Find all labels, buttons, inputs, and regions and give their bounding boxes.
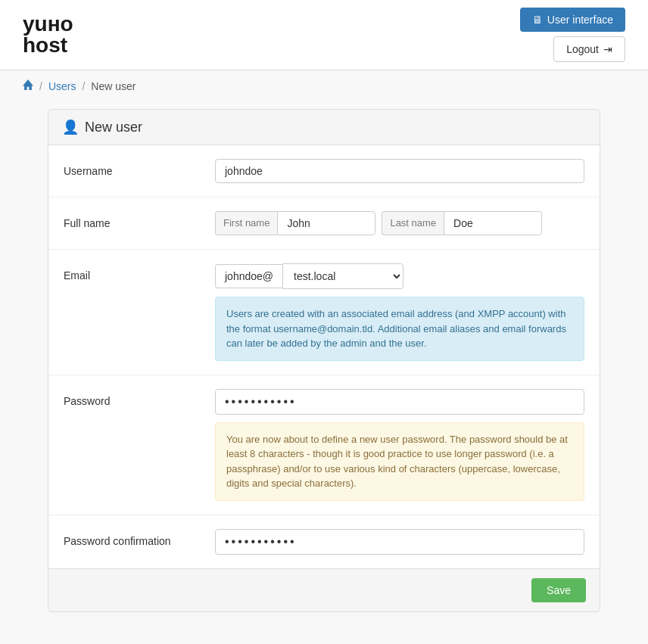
logo: yuно host <box>23 14 73 56</box>
signout-icon: ⇥ <box>603 43 612 55</box>
password-confirm-group: Password confirmation <box>48 515 600 568</box>
lastname-input[interactable] <box>444 211 542 235</box>
password-confirm-label: Password confirmation <box>64 529 215 547</box>
password-label: Password <box>64 389 215 407</box>
username-group: Username <box>48 145 600 198</box>
fullname-row: First name Last name <box>215 211 584 235</box>
password-input[interactable] <box>215 389 584 415</box>
page-title: New user <box>85 120 142 135</box>
email-row: johndoe@ test.local <box>215 263 584 289</box>
logout-label: Logout <box>566 43 599 55</box>
fullname-group: Full name First name Last name <box>48 198 600 250</box>
password-group: Password You are now about to define a n… <box>48 375 600 515</box>
users-link[interactable]: Users <box>48 80 76 92</box>
main-content: 👤 New user Username Full name First name <box>25 101 623 635</box>
header: yuно host 🖥 User interface Logout ⇥ <box>0 0 648 70</box>
firstname-wrapper: First name <box>215 211 375 235</box>
email-prefix: johndoe@ <box>215 264 282 288</box>
new-user-card: 👤 New user Username Full name First name <box>48 109 600 612</box>
home-link[interactable] <box>23 79 33 92</box>
username-input[interactable] <box>215 159 584 183</box>
card-body: Username Full name First name Last name <box>48 145 600 568</box>
breadcrumb: / Users / New user <box>0 70 648 101</box>
fullname-control-wrap: First name Last name <box>215 211 584 235</box>
user-plus-icon: 👤 <box>62 119 79 135</box>
fullname-label: Full name <box>64 211 215 229</box>
firstname-addon: First name <box>215 211 277 235</box>
breadcrumb-sep-2: / <box>82 80 85 92</box>
home-icon <box>23 79 33 90</box>
lastname-wrapper: Last name <box>382 211 542 235</box>
monitor-icon: 🖥 <box>532 14 543 26</box>
card-footer: Save <box>48 568 600 611</box>
password-confirm-input[interactable] <box>215 529 584 555</box>
breadcrumb-sep-1: / <box>39 80 42 92</box>
lastname-addon: Last name <box>382 211 444 235</box>
email-info-alert: Users are created with an associated ema… <box>215 297 584 361</box>
email-label: Email <box>64 263 215 282</box>
user-interface-label: User interface <box>547 14 613 26</box>
email-domain-select[interactable]: test.local <box>282 263 403 289</box>
logout-button[interactable]: Logout ⇥ <box>553 36 625 62</box>
card-header: 👤 New user <box>48 110 600 145</box>
breadcrumb-current: New user <box>91 80 136 92</box>
save-button[interactable]: Save <box>531 578 586 602</box>
header-buttons: 🖥 User interface Logout ⇥ <box>520 8 625 62</box>
password-confirm-control-wrap <box>215 529 584 555</box>
user-interface-button[interactable]: 🖥 User interface <box>520 8 625 32</box>
email-control-wrap: johndoe@ test.local Users are created wi… <box>215 263 584 361</box>
username-control-wrap <box>215 159 584 183</box>
password-warning-alert: You are now about to define a new user p… <box>215 422 584 501</box>
firstname-input[interactable] <box>277 211 375 235</box>
email-group: Email johndoe@ test.local Users are crea… <box>48 250 600 375</box>
username-label: Username <box>64 159 215 177</box>
password-control-wrap: You are now about to define a new user p… <box>215 389 584 501</box>
